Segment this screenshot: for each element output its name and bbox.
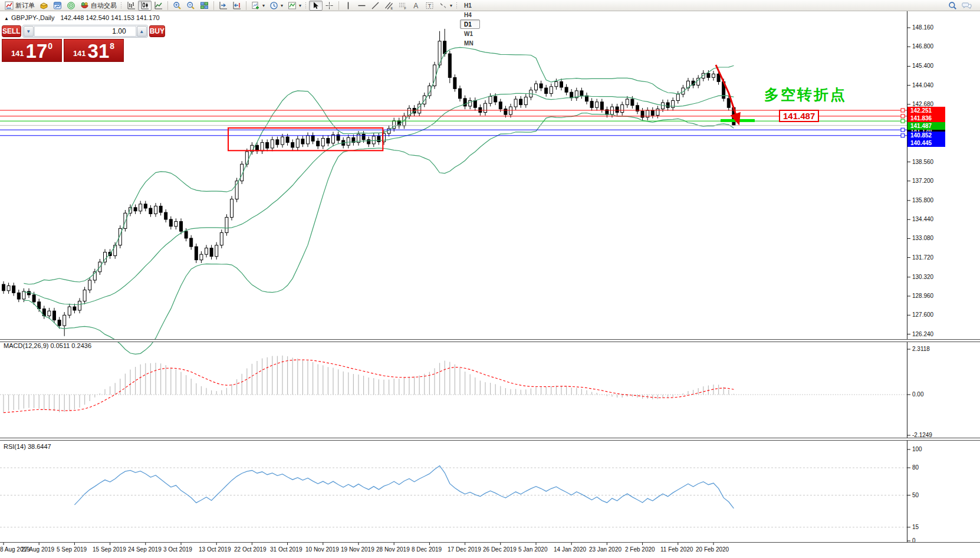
- template-icon: [288, 1, 297, 10]
- sell-price-point: 0: [48, 41, 52, 51]
- rsi-dates-separator: [0, 542, 980, 543]
- chart-title: ▲GBPJPY-,Daily142.448 142.540 141.153 14…: [4, 14, 160, 21]
- svg-text:T: T: [428, 3, 432, 9]
- zoom-out-icon: [186, 1, 195, 10]
- line-chart-button[interactable]: [152, 1, 165, 11]
- macd-histogram: [4, 356, 734, 413]
- main-macd-splitter[interactable]: [0, 339, 980, 342]
- rsi-line: [74, 466, 734, 508]
- cursor-tool-button[interactable]: [309, 1, 323, 11]
- period-button[interactable]: ▾: [267, 1, 285, 11]
- dropdown-caret-icon: ▾: [281, 3, 283, 8]
- search-icon[interactable]: [948, 1, 957, 10]
- market-watch-button[interactable]: [51, 1, 64, 11]
- main-toolbar: 新订单: [0, 0, 980, 11]
- horizontal-line-icon: [357, 1, 366, 10]
- add-indicator-icon: [251, 1, 260, 10]
- fibonacci-tool-button[interactable]: F: [396, 1, 409, 11]
- new-order-label: 新订单: [15, 1, 35, 10]
- svg-text:E: E: [391, 6, 393, 9]
- hline-anchor[interactable]: [901, 119, 905, 123]
- auto-scroll-button[interactable]: [230, 1, 244, 11]
- sell-price-pips: 17: [26, 42, 48, 60]
- timeframe-button-H1[interactable]: H1: [460, 1, 479, 10]
- crosshair-icon: [325, 1, 334, 10]
- dropdown-caret-icon: ▾: [450, 3, 452, 8]
- timeframe-button-D1[interactable]: D1: [460, 19, 479, 29]
- timeframe-button-H4[interactable]: H4: [460, 10, 479, 19]
- bar-chart-icon: [127, 1, 136, 10]
- zoom-in-button[interactable]: [170, 1, 184, 11]
- text-tool-button[interactable]: A: [409, 1, 423, 11]
- timeframe-toolbar: M1M5M15M30H1H4D1W1MN: [460, 0, 479, 48]
- tile-windows-button[interactable]: [198, 1, 211, 11]
- dropdown-caret-icon: ▾: [299, 3, 301, 8]
- tile-windows-icon: [200, 1, 209, 10]
- volume-input[interactable]: [34, 26, 136, 37]
- zoom-in-icon: [173, 1, 182, 10]
- vertical-line-tool-button[interactable]: [341, 1, 355, 11]
- crosshair-tool-button[interactable]: [323, 1, 336, 11]
- toolbar-grip[interactable]: [305, 2, 307, 9]
- one-click-trading-panel: SELL ▼ ▲ BUY 141 17 0 141 31 8: [2, 25, 126, 63]
- chat-icon[interactable]: [962, 1, 972, 10]
- price-axis-separator: [907, 11, 907, 542]
- auto-scroll-icon: [232, 1, 241, 10]
- text-label-icon: T: [425, 1, 434, 10]
- trendline-tool-button[interactable]: [369, 1, 382, 11]
- zoom-out-button[interactable]: [184, 1, 198, 11]
- autotrading-icon: [80, 1, 89, 10]
- symbol-marker-icon: ▲: [4, 16, 9, 21]
- timeframe-button-MN[interactable]: MN: [460, 38, 479, 48]
- arrows-shapes-icon: [439, 1, 448, 10]
- trendline-icon: [371, 1, 380, 10]
- new-order-icon: [5, 1, 14, 10]
- channel-tool-button[interactable]: E: [382, 1, 396, 11]
- buy-button[interactable]: BUY: [149, 25, 165, 37]
- timeframe-button-W1[interactable]: W1: [460, 29, 479, 38]
- mt4-terminal: 新订单: [0, 0, 980, 558]
- buy-price-pips: 31: [88, 42, 110, 60]
- volume-increase-button[interactable]: ▲: [137, 26, 147, 37]
- downtrend-arrow[interactable]: [716, 65, 738, 120]
- navigator-icon: [67, 1, 75, 10]
- hline-anchor[interactable]: [901, 134, 905, 137]
- hline-anchor[interactable]: [901, 128, 905, 132]
- template-button[interactable]: ▾: [285, 1, 304, 11]
- svg-text:A: A: [413, 2, 418, 10]
- volume-decrease-button[interactable]: ▼: [24, 26, 34, 37]
- autotrading-button[interactable]: 自动交易: [78, 1, 119, 11]
- market-watch-icon: [53, 1, 62, 10]
- profiles-button[interactable]: [37, 1, 51, 11]
- macd-rsi-splitter[interactable]: [0, 438, 980, 441]
- hline-anchor[interactable]: [901, 109, 905, 112]
- horizontal-lines[interactable]: [0, 109, 907, 137]
- turning-point-annotation[interactable]: 多空转折点: [764, 85, 847, 104]
- chart-shift-button[interactable]: [216, 1, 230, 11]
- buy-price-point: 8: [110, 41, 114, 51]
- sell-button[interactable]: SELL: [2, 25, 21, 37]
- candlestick-chart-button[interactable]: [138, 1, 152, 11]
- toolbar-grip[interactable]: [120, 2, 122, 9]
- autotrading-label: 自动交易: [91, 1, 117, 10]
- toolbar-grip[interactable]: [456, 2, 458, 9]
- candles-layer: [2, 29, 735, 336]
- new-order-button[interactable]: 新订单: [2, 1, 37, 11]
- line-chart-icon: [154, 1, 163, 10]
- rsi-label: RSI(14) 38.6447: [4, 443, 51, 450]
- navigator-button[interactable]: [64, 1, 78, 11]
- vertical-line-icon: [344, 1, 353, 10]
- add-indicator-button[interactable]: ▾: [249, 1, 267, 11]
- buy-price-panel[interactable]: 141 31 8: [64, 39, 124, 62]
- cursor-icon: [311, 1, 320, 10]
- buy-price-big-figure: 141: [73, 49, 86, 58]
- horizontal-line-tool-button[interactable]: [355, 1, 369, 11]
- text-label-tool-button[interactable]: T: [423, 1, 436, 11]
- arrows-tool-button[interactable]: ▾: [436, 1, 455, 11]
- svg-text:F: F: [405, 6, 407, 10]
- sell-price-panel[interactable]: 141 17 0: [2, 39, 62, 62]
- hline-anchor[interactable]: [901, 114, 905, 118]
- bollinger-bands: [24, 47, 734, 354]
- bar-chart-button[interactable]: [124, 1, 138, 11]
- price-callout-label[interactable]: 141.487: [779, 110, 819, 122]
